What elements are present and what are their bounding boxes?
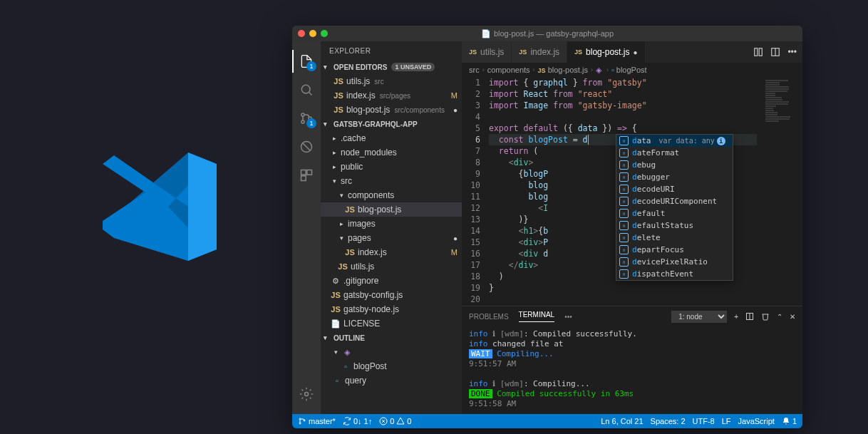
outline-item[interactable]: ▾◈ xyxy=(321,345,462,359)
editor-tab[interactable]: JSblog-post.js● xyxy=(567,41,645,63)
code-line[interactable]: } xyxy=(489,282,757,294)
line-number: 12 xyxy=(462,202,480,214)
breadcrumb-item[interactable]: JSblog-post.js xyxy=(538,66,588,74)
folder-item[interactable]: ▸node_modules xyxy=(321,145,462,160)
status-cursor[interactable]: Ln 6, Col 21 xyxy=(601,417,643,425)
open-editor-item[interactable]: JSindex.jssrc/pagesM xyxy=(321,88,462,103)
autocomplete-item[interactable]: ▫dispatchEvent xyxy=(616,268,733,280)
js-icon: JS xyxy=(334,77,343,86)
variable-icon: ▫ xyxy=(619,257,629,267)
outline-item[interactable]: ▫blogPost xyxy=(321,359,462,373)
terminal-close-icon[interactable]: ✕ xyxy=(790,313,795,321)
code-line[interactable]: import Image from "gatsby-image" xyxy=(489,100,757,111)
status-sync[interactable]: 0↓ 1↑ xyxy=(343,417,372,425)
autocomplete-popup[interactable]: ▫datavar data: any i▫dateFormat▫debug▫de… xyxy=(616,134,733,281)
autocomplete-item[interactable]: ▫dateFormat xyxy=(616,147,733,159)
folder-item[interactable]: ▸images xyxy=(321,217,462,231)
folder-item[interactable]: ▸.cache xyxy=(321,131,462,145)
open-editors-header[interactable]: ▾ OPEN EDITORS 1 UNSAVED xyxy=(321,60,462,74)
compare-icon[interactable] xyxy=(753,47,763,57)
autocomplete-item[interactable]: ▫devicePixelRatio xyxy=(616,256,733,268)
code-editor[interactable]: 1234567891011121314151617181920 import {… xyxy=(462,77,802,306)
breadcrumb-item[interactable]: ◈ xyxy=(596,66,604,75)
variable-icon: ▫ xyxy=(619,136,629,145)
file-item[interactable]: JSindex.jsM xyxy=(321,245,462,259)
status-errors[interactable]: 0 0 xyxy=(379,417,411,425)
minimap[interactable] xyxy=(763,77,802,306)
svg-rect-11 xyxy=(755,48,758,56)
activity-settings[interactable] xyxy=(292,380,321,408)
folder-item[interactable]: ▸public xyxy=(321,160,462,174)
breadcrumb[interactable]: src›components›JSblog-post.js›◈›▫blogPos… xyxy=(462,63,802,77)
status-encoding[interactable]: UTF-8 xyxy=(693,417,715,425)
window-close-button[interactable] xyxy=(298,30,305,37)
terminal-line: DONE Compiled successfully in 63ms xyxy=(469,389,795,399)
open-editor-item[interactable]: JSblog-post.jssrc/components● xyxy=(321,103,462,117)
window-minimize-button[interactable] xyxy=(309,30,316,37)
terminal-add-icon[interactable]: + xyxy=(734,313,738,321)
terminal-output[interactable]: info ℹ [wdm]: Compiled successfully.info… xyxy=(462,326,802,414)
autocomplete-item[interactable]: ▫datavar data: any i xyxy=(616,135,733,147)
breadcrumb-item[interactable]: ▫blogPost xyxy=(611,66,647,74)
terminal-tab-more[interactable]: ••• xyxy=(564,313,572,321)
code-line[interactable] xyxy=(489,111,757,123)
status-eol[interactable]: LF xyxy=(722,417,731,425)
breadcrumb-item[interactable]: components xyxy=(487,66,530,74)
status-branch[interactable]: master* xyxy=(298,417,336,425)
terminal-selector[interactable]: 1: node xyxy=(671,311,727,323)
folder-item[interactable]: ▾components xyxy=(321,188,462,202)
code-line[interactable]: export default ({ data }) => { xyxy=(489,123,757,134)
editor-tab[interactable]: JSutils.js xyxy=(462,41,512,63)
svg-rect-12 xyxy=(760,48,763,56)
code-line[interactable]: import React from "react" xyxy=(489,88,757,100)
chevron-icon: ▸ xyxy=(331,163,338,170)
terminal-split-icon[interactable] xyxy=(745,312,754,321)
file-item[interactable]: JSgatsby-config.js xyxy=(321,288,462,302)
autocomplete-item[interactable]: ▫debug xyxy=(616,159,733,171)
window-title: 📄 blog-post.js — gatsby-graphql-app xyxy=(481,29,614,38)
folder-item[interactable]: ▾pages● xyxy=(321,231,462,245)
file-item[interactable]: JSutils.js xyxy=(321,259,462,274)
autocomplete-item[interactable]: ▫defaultStatus xyxy=(616,219,733,232)
autocomplete-item[interactable]: ▫decodeURIComponent xyxy=(616,195,733,207)
file-item[interactable]: 📄LICENSE xyxy=(321,316,462,331)
activity-debug[interactable] xyxy=(292,133,321,161)
outline-item[interactable]: ▫query xyxy=(321,373,462,388)
explorer-badge: 1 xyxy=(306,61,316,71)
more-icon[interactable]: ••• xyxy=(787,47,797,57)
status-bell[interactable]: 1 xyxy=(782,417,797,425)
autocomplete-item[interactable]: ▫debugger xyxy=(616,171,733,183)
activity-extensions[interactable] xyxy=(292,161,321,190)
status-spaces[interactable]: Spaces: 2 xyxy=(651,417,686,425)
terminal-line: 9:51:57 AM xyxy=(469,359,795,369)
terminal-line: info ℹ [wdm]: Compiling... xyxy=(469,379,795,389)
project-header[interactable]: ▾ GATSBY-GRAPHQL-APP xyxy=(321,117,462,131)
file-item[interactable]: JSgatsby-node.js xyxy=(321,302,462,316)
activity-explorer[interactable]: 1 xyxy=(292,47,321,76)
editor-tab[interactable]: JSindex.js xyxy=(512,41,567,63)
terminal-tab-terminal[interactable]: TERMINAL xyxy=(519,311,555,322)
open-editor-item[interactable]: JSutils.jssrc xyxy=(321,74,462,88)
activity-search[interactable] xyxy=(292,76,321,104)
autocomplete-item[interactable]: ▫delete xyxy=(616,232,733,244)
folder-item[interactable]: ▾src xyxy=(321,174,462,188)
code-line[interactable] xyxy=(489,294,757,305)
file-item[interactable]: JSblog-post.js xyxy=(321,202,462,217)
terminal-trash-icon[interactable] xyxy=(761,312,770,321)
terminal-tab-problems[interactable]: PROBLEMS xyxy=(469,313,509,321)
outline-header[interactable]: ▾ OUTLINE xyxy=(321,331,462,345)
code-line[interactable]: import { graphql } from "gatsby" xyxy=(489,77,757,88)
window-maximize-button[interactable] xyxy=(321,30,328,37)
var-icon: ▫ xyxy=(341,362,351,371)
autocomplete-item[interactable]: ▫default xyxy=(616,207,733,219)
terminal-up-icon[interactable]: ⌃ xyxy=(777,313,782,321)
activity-scm[interactable]: 1 xyxy=(292,104,321,133)
file-item[interactable]: ⚙.gitignore xyxy=(321,274,462,288)
autocomplete-item[interactable]: ▫departFocus xyxy=(616,244,733,256)
split-icon[interactable] xyxy=(770,47,780,57)
variable-icon: ▫ xyxy=(619,148,629,157)
autocomplete-item[interactable]: ▫decodeURI xyxy=(616,183,733,195)
line-number: 18 xyxy=(462,271,480,282)
breadcrumb-item[interactable]: src xyxy=(469,66,480,74)
status-language[interactable]: JavaScript xyxy=(738,417,775,425)
